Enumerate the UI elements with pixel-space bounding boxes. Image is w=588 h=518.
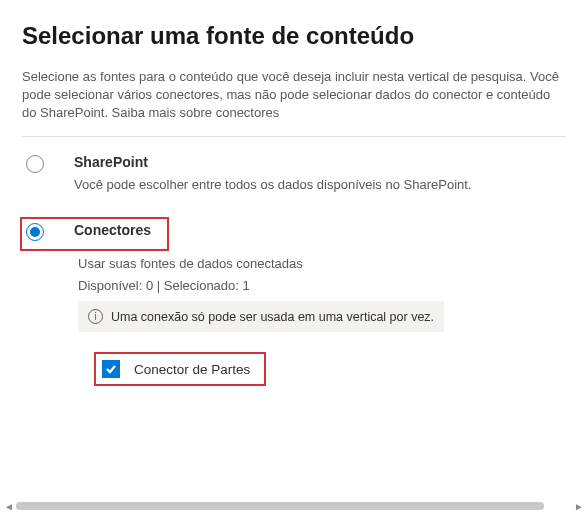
option-conectores-label: Conectores bbox=[74, 222, 151, 238]
option-conectores[interactable]: Conectores bbox=[22, 219, 167, 249]
scroll-track[interactable] bbox=[16, 502, 572, 510]
divider bbox=[22, 136, 566, 137]
info-banner-text: Uma conexão só pode ser usada em uma ver… bbox=[111, 310, 434, 324]
page-title: Selecionar uma fonte de conteúdo bbox=[22, 22, 566, 50]
radio-conectores[interactable] bbox=[26, 223, 44, 241]
option-conectores-description: Usar suas fontes de dados conectadas bbox=[78, 255, 566, 272]
radio-sharepoint[interactable] bbox=[26, 155, 44, 173]
scroll-right-button[interactable]: ► bbox=[572, 499, 586, 513]
connector-item-partes[interactable]: Conector de Partes bbox=[96, 354, 264, 384]
scroll-thumb[interactable] bbox=[16, 502, 544, 510]
scroll-left-button[interactable]: ◄ bbox=[2, 499, 16, 513]
checkbox-partes[interactable] bbox=[102, 360, 120, 378]
option-sharepoint-label: SharePoint bbox=[74, 154, 566, 170]
option-sharepoint-description: Você pode escolher entre todos os dados … bbox=[74, 176, 566, 193]
info-icon: i bbox=[88, 309, 103, 324]
checkmark-icon bbox=[105, 363, 117, 375]
option-conectores-meta: Disponível: 0 | Selecionado: 1 bbox=[78, 278, 566, 293]
option-sharepoint[interactable]: SharePoint Você pode escolher entre todo… bbox=[22, 151, 566, 201]
page-description: Selecione as fontes para o conteúdo que … bbox=[22, 68, 566, 122]
horizontal-scrollbar[interactable]: ◄ ► bbox=[2, 500, 586, 512]
info-banner: i Uma conexão só pode ser usada em uma v… bbox=[78, 301, 444, 332]
connector-item-partes-label: Conector de Partes bbox=[134, 362, 250, 377]
